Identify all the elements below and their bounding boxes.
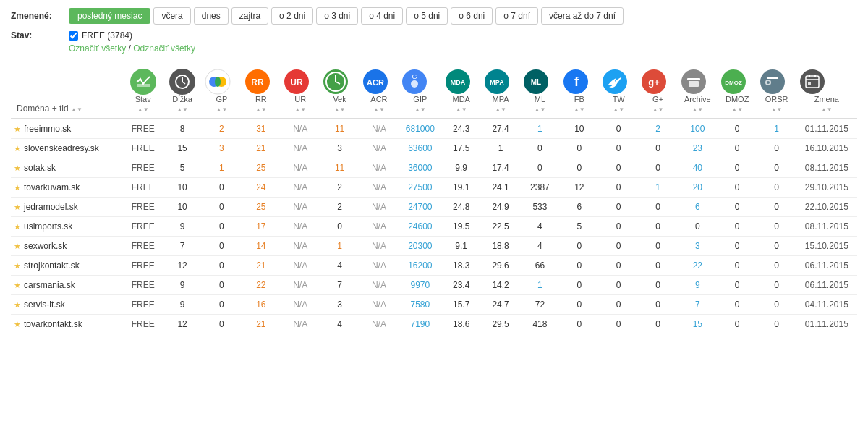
- domain-link[interactable]: sexwork.sk: [24, 241, 67, 251]
- btn-o4dni[interactable]: o 4 dni: [361, 7, 403, 25]
- col-tw-label: TW: [602, 95, 635, 103]
- fb-cell: 10: [560, 119, 599, 139]
- gplus-cell: 0: [638, 139, 677, 158]
- fb-cell: 0: [560, 315, 599, 334]
- col-fb-label: FB: [563, 95, 596, 103]
- domain-link[interactable]: servis-it.sk: [24, 300, 65, 310]
- sort-acr[interactable]: ▲▼: [373, 107, 385, 113]
- btn-o3dni[interactable]: o 3 dni: [316, 7, 358, 25]
- btn-o5dni[interactable]: o 5 dni: [406, 7, 448, 25]
- sort-mpa[interactable]: ▲▼: [495, 107, 506, 113]
- ur-cell: N/A: [281, 119, 320, 139]
- mpa-cell: 29.6: [481, 256, 520, 276]
- ur-cell: N/A: [281, 217, 320, 237]
- domain-link[interactable]: jedramodel.sk: [24, 202, 78, 212]
- col-dlzka: Dĺžka ▲▼: [163, 64, 202, 119]
- sort-ml[interactable]: ▲▼: [535, 107, 546, 113]
- tw-cell: 0: [599, 178, 638, 198]
- ml-cell: 533: [520, 198, 559, 217]
- mda-cell: 9.1: [442, 237, 481, 256]
- domain-link[interactable]: usimports.sk: [24, 221, 72, 232]
- sort-gip[interactable]: ▲▼: [414, 107, 426, 113]
- col-rr-label: RR: [244, 95, 278, 103]
- acr-cell: N/A: [359, 158, 399, 178]
- sort-dlzka[interactable]: ▲▼: [176, 107, 188, 113]
- svg-rect-33: [687, 78, 700, 80]
- svg-text:ACR: ACR: [367, 78, 384, 87]
- rr-cell: 25: [242, 198, 281, 217]
- mpa-cell: 24.7: [481, 295, 520, 315]
- domain-link[interactable]: carsmania.sk: [24, 280, 75, 290]
- col-gp-label: GP: [205, 95, 238, 103]
- sort-vek[interactable]: ▲▼: [334, 107, 346, 113]
- gip-cell: 36000: [399, 158, 441, 178]
- star-icon: ★: [14, 300, 21, 309]
- domain-cell: ★freeimmo.sk: [11, 119, 124, 139]
- gp-cell: 0: [202, 237, 241, 256]
- sort-gp[interactable]: ▲▼: [216, 107, 228, 113]
- col-rr: RR RR ▲▼: [242, 64, 281, 119]
- acr-icon: ACR: [362, 69, 396, 95]
- zmena-cell: 29.10.2015: [796, 178, 857, 198]
- col-zmena-label: Zmena: [799, 95, 854, 103]
- zmena-cell: 08.11.2015: [796, 158, 857, 178]
- sort-mda[interactable]: ▲▼: [456, 107, 467, 113]
- domain-link[interactable]: freeimmo.sk: [24, 124, 71, 134]
- btn-o2dni[interactable]: o 2 dni: [271, 7, 313, 25]
- domain-cell: ★slovenskeadresy.sk: [11, 139, 124, 158]
- ml-icon: ML: [523, 69, 556, 95]
- sort-tw[interactable]: ▲▼: [613, 107, 624, 113]
- sort-stav[interactable]: ▲▼: [137, 107, 149, 113]
- domain-cell: ★tovarkontakt.sk: [11, 315, 124, 334]
- gp-cell: 1: [202, 158, 241, 178]
- domain-link[interactable]: tovarkuvam.sk: [24, 182, 80, 192]
- domain-cell: ★sexwork.sk: [11, 237, 124, 256]
- btn-o7dni[interactable]: o 7 dní: [495, 7, 538, 25]
- dmoz-cell: 0: [718, 315, 757, 334]
- orsr-cell: 0: [757, 256, 796, 276]
- table-row: ★sexwork.skFREE7014N/A1N/A203009.118.840…: [11, 237, 857, 256]
- sort-gplus[interactable]: ▲▼: [652, 107, 664, 113]
- ur-cell: N/A: [281, 198, 320, 217]
- domain-link[interactable]: slovenskeadresy.sk: [24, 143, 99, 153]
- table-header-row: Doména + tld ▲▼ Stav ▲▼ Dĺžka ▲▼: [11, 64, 857, 119]
- btn-vcera[interactable]: včera: [153, 7, 190, 25]
- btn-vcera-az-7dni[interactable]: včera až do 7 dní: [541, 7, 624, 25]
- dlzka-cell: 9: [163, 295, 202, 315]
- btn-zajtra[interactable]: zajtra: [231, 7, 268, 25]
- acr-cell: N/A: [359, 256, 399, 276]
- domain-link[interactable]: tovarkontakt.sk: [24, 319, 82, 329]
- sort-rr[interactable]: ▲▼: [255, 107, 267, 113]
- btn-dnes[interactable]: dnes: [194, 7, 229, 25]
- sort-dmoz[interactable]: ▲▼: [731, 107, 743, 113]
- domain-link[interactable]: strojkontakt.sk: [24, 260, 80, 271]
- domain-link[interactable]: sotak.sk: [24, 163, 56, 173]
- sort-archive[interactable]: ▲▼: [692, 107, 703, 113]
- sort-zmena[interactable]: ▲▼: [821, 107, 833, 113]
- oznac-vsetky-link[interactable]: Označiť všetky: [69, 43, 126, 54]
- domain-cell: ★usimports.sk: [11, 217, 124, 237]
- odznac-vsetky-link[interactable]: Odznačiť všetky: [133, 43, 195, 54]
- btn-posledny-mesiac[interactable]: posledný mesiac: [69, 8, 150, 24]
- sort-orsr[interactable]: ▲▼: [771, 107, 783, 113]
- btn-o6dni[interactable]: o 6 dni: [451, 7, 493, 25]
- archive-cell: 7: [678, 295, 718, 315]
- stav-checkbox-label[interactable]: FREE (3784): [69, 30, 132, 41]
- stav-checkbox[interactable]: [69, 31, 78, 41]
- svg-rect-46: [808, 82, 811, 85]
- ur-cell: N/A: [281, 295, 320, 315]
- sort-ur[interactable]: ▲▼: [294, 107, 306, 113]
- acr-cell: N/A: [359, 198, 399, 217]
- gplus-cell: 1: [638, 178, 677, 198]
- svg-rect-38: [767, 77, 778, 79]
- tw-cell: 0: [599, 237, 638, 256]
- vek-cell: 2: [320, 198, 359, 217]
- col-fb: f FB ▲▼: [560, 64, 599, 119]
- sort-domain[interactable]: ▲▼: [71, 107, 82, 113]
- sort-fb[interactable]: ▲▼: [574, 107, 585, 113]
- svg-text:f: f: [574, 75, 579, 89]
- col-dmoz: DMOZ DMOZ ▲▼: [718, 64, 757, 119]
- ur-cell: N/A: [281, 178, 320, 198]
- ml-cell: 1: [520, 119, 559, 139]
- fb-cell: 0: [560, 295, 599, 315]
